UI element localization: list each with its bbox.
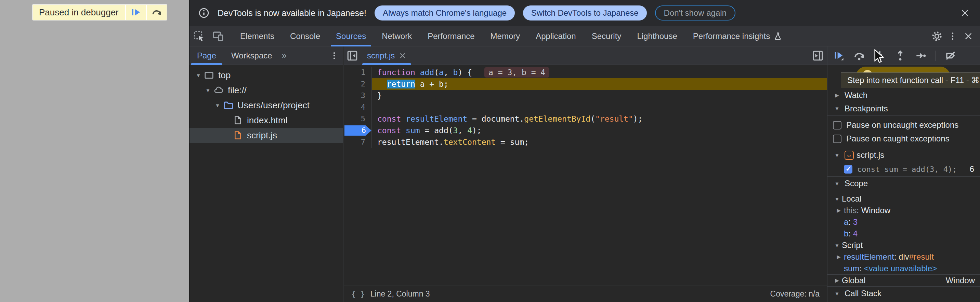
code-line-1: 1 function add(a, b) {a = 3, b = 4 — [344, 66, 827, 78]
notification-close-button[interactable] — [959, 7, 971, 19]
navigator-tab-page[interactable]: Page — [189, 46, 224, 65]
inspect-element-icon[interactable] — [189, 26, 208, 46]
experiment-flask-icon — [773, 32, 782, 41]
scope-resultelement-row[interactable]: ▶ resultElement: div#result — [827, 251, 980, 263]
navigator-more-options-kebab-icon[interactable] — [328, 49, 340, 62]
breakpoint-entry[interactable]: const sum = add(3, 4); 6 — [827, 162, 980, 176]
scope-global-group[interactable]: ▶ Global Window — [827, 275, 980, 286]
code-line-3: 3 } — [344, 90, 827, 101]
code-line-5: 5 const resultElement = document.getElem… — [344, 113, 827, 125]
devtools-tab-bar: Elements Console Sources Network Perform… — [189, 26, 980, 46]
tab-sources[interactable]: Sources — [328, 26, 374, 46]
gutter-line-2[interactable]: 2 — [344, 78, 372, 90]
deactivate-breakpoints-icon[interactable] — [945, 50, 956, 62]
cloud-icon — [213, 85, 224, 95]
scope-local-group[interactable]: ▼ Local — [827, 193, 980, 205]
breakpoint-enabled-checkbox[interactable] — [844, 165, 853, 174]
global-value: Window — [946, 276, 975, 285]
caret-down-icon: ▼ — [832, 152, 842, 158]
scope-script-group[interactable]: ▼ Script — [827, 239, 980, 251]
tab-performance[interactable]: Performance — [420, 26, 482, 46]
code-line-7: 7 resultElement.textContent = sum; — [344, 136, 827, 148]
gutter-line-4[interactable]: 4 — [344, 101, 372, 113]
breakpoint-line-number: 6 — [970, 164, 974, 174]
caret-down-icon: ▼ — [832, 291, 842, 297]
tab-elements[interactable]: Elements — [232, 26, 282, 46]
toolbar-divider — [935, 51, 936, 61]
step-over-icon[interactable] — [853, 50, 865, 62]
pause-caught-checkbox[interactable] — [833, 134, 842, 143]
navigator-tab-bar: Page Workspace » — [189, 46, 343, 65]
caret-down-icon[interactable]: ▼ — [194, 73, 203, 78]
tab-network[interactable]: Network — [374, 26, 420, 46]
step-icon[interactable] — [915, 50, 927, 62]
pause-on-caught-row[interactable]: Pause on caught exceptions — [827, 132, 980, 145]
gutter-line-3[interactable]: 3 — [344, 90, 372, 101]
tab-performance-insights[interactable]: Performance insights — [685, 26, 790, 46]
pretty-print-icon[interactable]: { } — [351, 290, 365, 298]
scope-b-row[interactable]: b: 4 — [827, 228, 980, 239]
pause-uncaught-checkbox[interactable] — [833, 121, 842, 130]
web-page-background: Paused in debugger — [0, 0, 189, 302]
caret-down-icon[interactable]: ▼ — [213, 103, 222, 108]
sources-navigator-panel: Page Workspace » ▼ top ▼ — [189, 46, 344, 302]
breakpoint-marker[interactable]: 6 — [344, 125, 371, 136]
mouse-cursor — [873, 49, 887, 65]
tree-item-project-folder[interactable]: ▼ Users/user/project — [189, 98, 343, 113]
js-file-icon — [232, 131, 243, 140]
step-over-icon — [151, 7, 162, 17]
more-options-kebab-icon[interactable] — [947, 30, 959, 43]
more-tabs-chevron[interactable]: » — [280, 50, 289, 61]
scope-this-row[interactable]: ▶ this: Window — [827, 205, 980, 216]
close-tab-icon[interactable] — [399, 52, 406, 59]
scope-sum-row[interactable]: sum: <value unavailable> — [827, 263, 980, 274]
breakpoint-file-group[interactable]: ▼ ‹› script.js — [827, 148, 980, 162]
call-stack-section-header[interactable]: ▼ Call Stack — [827, 287, 980, 300]
notification-message: DevTools is now available in Japanese! — [218, 8, 366, 18]
frame-icon — [203, 70, 215, 80]
tab-lighthouse[interactable]: Lighthouse — [629, 26, 685, 46]
step-over-button[interactable] — [147, 5, 167, 20]
tab-memory[interactable]: Memory — [483, 26, 528, 46]
dont-show-again-button[interactable]: Don't show again — [655, 5, 735, 21]
code-editor[interactable]: 1 function add(a, b) {a = 3, b = 4 2 ret… — [344, 65, 827, 286]
gutter-line-5[interactable]: 5 — [344, 113, 372, 125]
caret-down-icon[interactable]: ▼ — [203, 87, 213, 93]
scope-a-row[interactable]: a: 3 — [827, 216, 980, 228]
folder-icon — [222, 100, 234, 110]
gutter-line-7[interactable]: 7 — [344, 136, 372, 148]
gutter-line-1[interactable]: 1 — [344, 66, 372, 78]
devtools-close-button[interactable] — [962, 30, 975, 43]
tree-item-file-origin[interactable]: ▼ file:// — [189, 83, 343, 98]
scope-section-header[interactable]: ▼ Scope — [827, 177, 980, 190]
resume-script-button[interactable] — [126, 5, 146, 20]
tab-application[interactable]: Application — [528, 26, 584, 46]
breakpoints-section-header[interactable]: ▼ Breakpoints — [827, 101, 980, 115]
resume-script-icon[interactable] — [833, 50, 845, 62]
navigator-tab-workspace[interactable]: Workspace — [224, 46, 280, 65]
tab-console[interactable]: Console — [282, 26, 328, 46]
js-file-badge-icon: ‹› — [845, 151, 854, 160]
device-toolbar-icon[interactable] — [208, 26, 228, 46]
watch-section-header[interactable]: ▶ Watch — [827, 89, 980, 101]
tree-item-script-js[interactable]: script.js — [189, 128, 343, 143]
file-icon — [232, 115, 243, 125]
tree-item-index-html[interactable]: index.html — [189, 113, 343, 128]
hide-debugger-sidebar-icon[interactable] — [809, 46, 827, 66]
tab-security[interactable]: Security — [584, 26, 629, 46]
coverage-status: Coverage: n/a — [770, 289, 819, 299]
tree-item-top[interactable]: ▼ top — [189, 68, 343, 83]
pause-on-uncaught-row[interactable]: Pause on uncaught exceptions — [827, 118, 980, 132]
caret-right-icon: ▶ — [832, 277, 842, 283]
always-match-language-button[interactable]: Always match Chrome's language — [375, 5, 515, 21]
collapse-navigator-icon[interactable] — [344, 46, 361, 66]
editor-tab-script-js[interactable]: script.js — [361, 46, 412, 65]
caret-down-icon: ▼ — [832, 243, 842, 248]
step-out-icon[interactable] — [894, 50, 906, 62]
settings-gear-icon[interactable] — [931, 30, 943, 43]
gutter-line-6[interactable]: 6 — [344, 125, 372, 136]
switch-devtools-japanese-button[interactable]: Switch DevTools to Japanese — [523, 5, 647, 21]
caret-down-icon: ▼ — [832, 196, 842, 202]
toolbar-divider — [230, 31, 230, 42]
editor-tab-bar: script.js — [344, 46, 827, 65]
